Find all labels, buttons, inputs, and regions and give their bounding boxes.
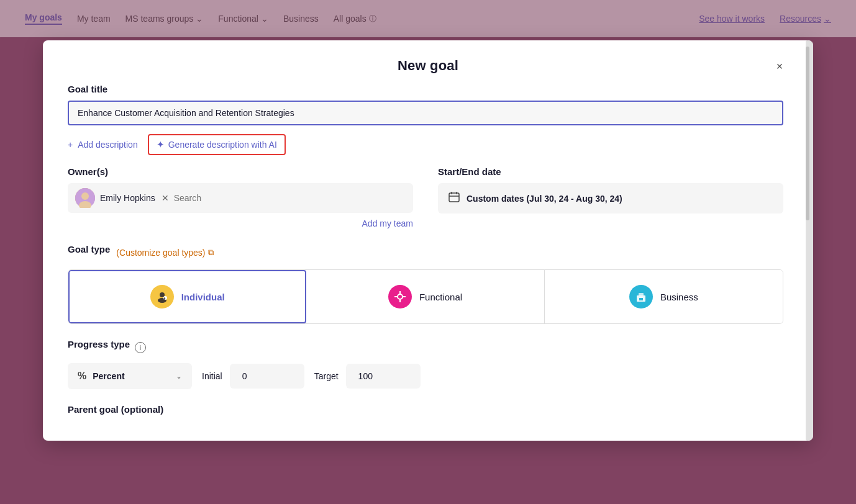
goal-type-section: Goal type (Customize goal types) ⧉ + (68, 244, 783, 324)
progress-controls: % Percent ⌄ Initial 0 Target 100 (68, 363, 783, 389)
date-label: Start/End date (438, 166, 783, 177)
goal-type-functional[interactable]: Functional (306, 270, 544, 323)
svg-point-11 (398, 294, 403, 299)
progress-section: Progress type i % Percent ⌄ Initial 0 Ta… (68, 339, 783, 389)
functional-icon (388, 285, 412, 308)
owner-search-input[interactable] (174, 193, 406, 203)
modal-header: New goal × (43, 40, 813, 84)
add-my-team-section: Add my team (68, 218, 413, 229)
percent-icon: % (78, 371, 86, 382)
functional-label: Functional (419, 292, 462, 302)
add-description-button[interactable]: + Add description (68, 140, 138, 150)
target-value[interactable]: 100 (346, 364, 421, 389)
avatar (75, 188, 95, 208)
date-picker-button[interactable]: Custom dates (Jul 30, 24 - Aug 30, 24) (438, 183, 783, 214)
customize-label: (Customize goal types) (116, 248, 205, 258)
target-group: Target 100 (314, 364, 421, 389)
remove-owner-button[interactable]: ✕ (162, 193, 169, 203)
owner-section: Owner(s) Emily Hopkins ✕ Add my team (68, 166, 413, 229)
plus-icon: + (68, 140, 73, 150)
individual-icon: + (150, 285, 174, 308)
description-actions: + Add description ✦ Generate description… (68, 134, 783, 155)
close-button[interactable]: × (771, 58, 788, 75)
ai-sparkle-icon: ✦ (157, 139, 165, 150)
business-label: Business (660, 292, 698, 302)
scrollbar-thumb[interactable] (806, 47, 809, 220)
modal-title: New goal (398, 58, 458, 74)
owner-input-row: Emily Hopkins ✕ (68, 183, 413, 213)
modal-body: Goal title + Add description ✦ Generate … (43, 84, 813, 441)
goal-type-business[interactable]: Business (545, 270, 783, 323)
parent-goal-label: Parent goal (optional) (68, 404, 783, 415)
progress-type-select[interactable]: % Percent ⌄ (68, 363, 192, 389)
svg-rect-19 (641, 298, 643, 300)
progress-type-value: Percent (93, 371, 170, 381)
goal-type-header: Goal type (Customize goal types) ⧉ (68, 244, 783, 261)
date-value: Custom dates (Jul 30, 24 - Aug 30, 24) (467, 194, 622, 204)
generate-ai-label: Generate description with AI (168, 140, 277, 150)
new-goal-modal: New goal × Goal title + Add description … (43, 40, 813, 441)
svg-rect-18 (639, 298, 641, 300)
goal-type-cards: + Individual (68, 269, 783, 324)
business-icon (629, 285, 653, 308)
svg-rect-17 (639, 293, 644, 296)
goal-title-label: Goal title (68, 84, 783, 94)
svg-point-1 (81, 192, 89, 200)
goal-title-section: Goal title + Add description ✦ Generate … (68, 84, 783, 155)
initial-value[interactable]: 0 (230, 364, 304, 389)
owners-label: Owner(s) (68, 166, 413, 177)
goal-title-input[interactable] (68, 101, 783, 125)
svg-text:+: + (163, 297, 165, 301)
parent-goal-section: Parent goal (optional) (68, 404, 783, 415)
svg-rect-3 (449, 193, 459, 202)
external-link-icon: ⧉ (208, 248, 214, 258)
goal-type-individual[interactable]: + Individual (68, 270, 306, 323)
add-my-team-link[interactable]: Add my team (362, 218, 413, 228)
scrollbar-track[interactable] (806, 40, 809, 441)
progress-info-icon: i (135, 342, 146, 353)
owner-name: Emily Hopkins (100, 193, 155, 203)
avatar-image (75, 188, 95, 208)
calendar-icon (448, 191, 460, 206)
individual-label: Individual (181, 292, 225, 302)
date-section: Start/End date Custom dates (Jul 30, 24 … (438, 166, 783, 229)
progress-type-label: Progress type (68, 339, 130, 349)
chevron-down-icon: ⌄ (176, 372, 182, 380)
add-description-label: Add description (78, 140, 138, 150)
target-label: Target (314, 371, 339, 381)
initial-group: Initial 0 (202, 364, 304, 389)
customize-goal-types-link[interactable]: (Customize goal types) ⧉ (116, 248, 213, 258)
owner-date-row: Owner(s) Emily Hopkins ✕ Add my team (68, 166, 783, 229)
initial-label: Initial (202, 371, 222, 381)
generate-ai-button[interactable]: ✦ Generate description with AI (148, 134, 286, 155)
progress-header: Progress type i (68, 339, 783, 356)
goal-type-label: Goal type (68, 244, 110, 254)
